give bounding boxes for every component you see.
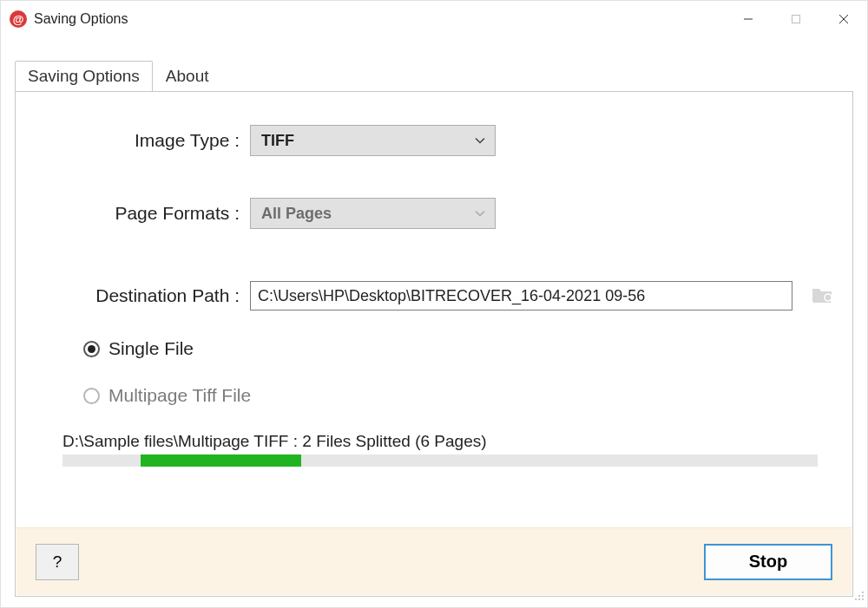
svg-point-10	[858, 598, 860, 600]
progress-bar	[62, 454, 818, 467]
window-frame: @ Saving Options Saving Options About Im…	[0, 0, 868, 608]
svg-point-11	[862, 598, 864, 600]
image-type-select[interactable]: TIFF	[250, 125, 496, 156]
tabstrip: Saving Options About	[15, 60, 867, 90]
page-formats-select: All Pages	[250, 198, 496, 229]
resize-grip-icon[interactable]	[853, 590, 865, 605]
chevron-down-icon	[474, 132, 486, 150]
help-button[interactable]: ?	[36, 544, 79, 580]
folder-icon	[811, 284, 835, 308]
radio-multipage-tiff[interactable]: Multipage Tiff File	[83, 385, 852, 406]
radio-multipage-tiff-label: Multipage Tiff File	[108, 385, 251, 406]
maximize-button[interactable]	[772, 1, 819, 37]
minimize-button[interactable]	[724, 1, 772, 37]
bottom-bar: ? Stop	[16, 527, 852, 595]
output-mode-radios: Single File Multipage Tiff File	[83, 338, 852, 406]
svg-line-5	[831, 300, 833, 303]
svg-point-7	[858, 595, 860, 597]
app-icon: @	[10, 10, 27, 28]
tab-saving-options[interactable]: Saving Options	[15, 61, 153, 91]
label-page-formats: Page Formats :	[16, 203, 250, 224]
svg-point-6	[862, 592, 864, 593]
label-image-type: Image Type :	[16, 130, 250, 151]
row-destination-path: Destination Path :	[16, 281, 852, 311]
tab-about[interactable]: About	[153, 61, 222, 91]
progress-fill	[141, 454, 301, 467]
close-button[interactable]	[819, 1, 867, 37]
window-controls	[724, 1, 867, 37]
label-destination-path: Destination Path :	[16, 285, 250, 306]
svg-rect-1	[792, 16, 799, 23]
image-type-value: TIFF	[261, 132, 294, 150]
row-page-formats: Page Formats : All Pages	[16, 198, 852, 229]
row-image-type: Image Type : TIFF	[16, 125, 852, 156]
radio-single-file[interactable]: Single File	[83, 338, 852, 359]
svg-point-8	[862, 595, 864, 597]
radio-indicator-icon	[83, 341, 100, 357]
chevron-down-icon	[474, 205, 486, 223]
window-title: Saving Options	[34, 11, 724, 27]
destination-path-input[interactable]	[250, 281, 792, 311]
page-formats-value: All Pages	[261, 205, 332, 223]
radio-single-file-label: Single File	[108, 338, 194, 359]
svg-point-9	[855, 598, 857, 600]
panel-saving-options: Image Type : TIFF Page Formats : All Pag…	[15, 91, 853, 597]
status-text: D:\Sample files\Multipage TIFF : 2 Files…	[62, 432, 852, 451]
stop-button[interactable]: Stop	[704, 544, 832, 580]
browse-folder-button[interactable]	[808, 283, 838, 309]
radio-indicator-icon	[83, 388, 100, 404]
titlebar: @ Saving Options	[1, 1, 867, 37]
